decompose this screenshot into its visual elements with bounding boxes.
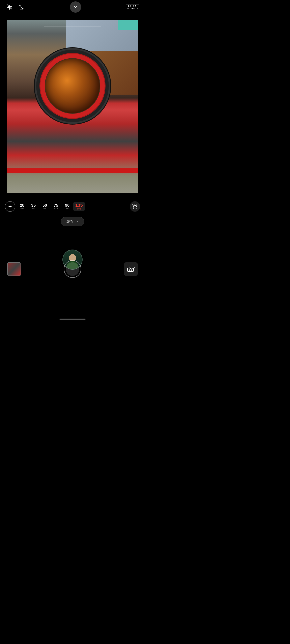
caf-button[interactable]: AF CAF bbox=[124, 262, 138, 276]
top-left-icons bbox=[6, 3, 25, 11]
shutter-button[interactable] bbox=[63, 260, 82, 278]
viewfinder[interactable] bbox=[7, 20, 138, 194]
focal-add-button[interactable] bbox=[5, 201, 15, 212]
focal-items: 28 mm 35 mm 50 mm 75 mm 90 mm 135 mm bbox=[17, 202, 130, 211]
top-bar: LEICA AUTHENTIC bbox=[0, 0, 145, 14]
bg-teal-box bbox=[118, 20, 138, 30]
focal-item-28mm[interactable]: 28 mm bbox=[17, 202, 27, 211]
focus-line-bottom bbox=[44, 175, 101, 176]
mode-close-button[interactable]: × bbox=[75, 219, 80, 224]
lens-ring-outer bbox=[36, 50, 109, 122]
focal-item-35mm[interactable]: 35 mm bbox=[28, 202, 39, 211]
home-indicator bbox=[59, 318, 86, 320]
red-bar bbox=[7, 168, 138, 173]
gallery-thumbnail[interactable] bbox=[7, 262, 21, 276]
focal-item-90mm[interactable]: 90 mm bbox=[62, 202, 73, 211]
lens-ring-red bbox=[40, 54, 105, 118]
leica-text: LEICA bbox=[127, 5, 138, 8]
chevron-down-button[interactable] bbox=[70, 2, 81, 13]
svg-point-11 bbox=[129, 268, 132, 271]
shutter-outer-ring bbox=[64, 260, 81, 278]
camera-preview bbox=[7, 20, 138, 194]
focal-item-135mm[interactable]: 135 mm bbox=[73, 202, 85, 211]
viewfinder-background bbox=[7, 20, 138, 194]
focal-item-75mm[interactable]: 75 mm bbox=[51, 202, 61, 211]
flash-off-icon[interactable] bbox=[6, 3, 14, 11]
svg-marker-4 bbox=[133, 204, 137, 208]
burst-button[interactable] bbox=[130, 201, 140, 212]
stabilize-off-icon[interactable] bbox=[17, 3, 25, 11]
focal-length-selector: 28 mm 35 mm 50 mm 75 mm 90 mm 135 mm bbox=[3, 199, 142, 214]
mode-tag-inner: 街拍 × bbox=[61, 217, 84, 226]
authentic-text: AUTHENTIC bbox=[127, 8, 138, 9]
focal-item-50mm[interactable]: 50 mm bbox=[40, 202, 50, 211]
caf-icon: AF CAF bbox=[127, 266, 135, 272]
leica-badge: LEICA AUTHENTIC bbox=[126, 4, 139, 10]
caf-text: CAF bbox=[129, 266, 133, 268]
bottom-action-bar: AF CAF bbox=[0, 260, 145, 278]
mode-label: 街拍 bbox=[66, 219, 73, 224]
mode-tag: 街拍 × bbox=[3, 217, 142, 226]
focus-line-left bbox=[23, 26, 23, 175]
bottom-controls: 28 mm 35 mm 50 mm 75 mm 90 mm 135 mm bbox=[0, 199, 145, 226]
lens-ring-inner bbox=[45, 59, 100, 113]
gallery-thumb-image bbox=[8, 263, 21, 276]
